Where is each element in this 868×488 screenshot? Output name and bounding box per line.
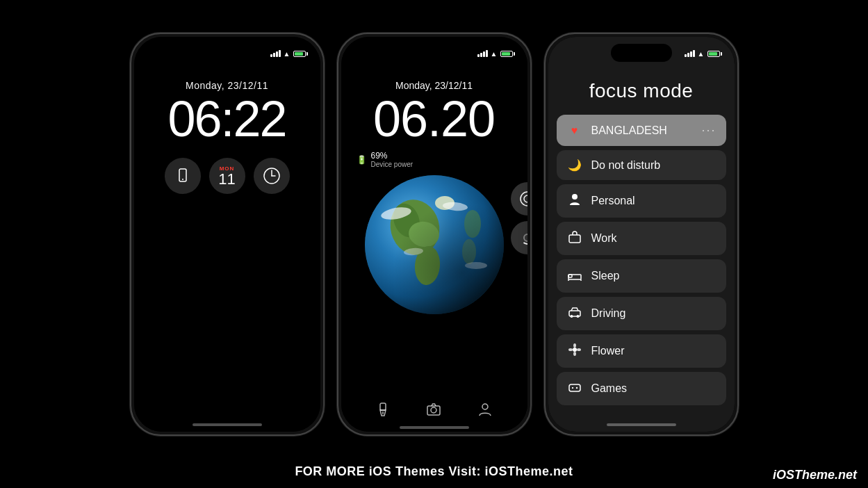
briefcase-icon	[566, 230, 583, 247]
earth-svg	[365, 175, 504, 314]
watermark: iOSTheme.net	[773, 468, 857, 482]
svg-point-40	[573, 352, 576, 356]
dynamic-island-3	[611, 44, 672, 62]
device-power-label: Device power	[371, 161, 413, 168]
svg-point-29	[572, 194, 578, 200]
phone-1-inner: ▲ Monday, 23/12/11 06:22	[134, 37, 320, 432]
svg-rect-30	[569, 235, 580, 243]
focus-item-sleep[interactable]: Sleep	[557, 259, 726, 293]
phones-container: ▲ Monday, 23/12/11 06:22	[0, 8, 868, 460]
phone-2-inner: ▲ Monday, 23/12/11 06.20 🔋 69%	[341, 37, 527, 432]
focus-item-driving[interactable]: Driving	[557, 297, 726, 330]
phone-3: ▲ focus mode ♥ BANGLADESH	[544, 33, 739, 436]
activity-icon	[519, 190, 527, 207]
svg-point-28	[482, 404, 488, 409]
wifi-icon-1: ▲	[284, 50, 290, 58]
svg-point-20	[524, 195, 527, 202]
focus-driving-label: Driving	[591, 307, 716, 320]
svg-rect-32	[568, 275, 572, 277]
svg-point-42	[577, 348, 581, 351]
svg-rect-43	[569, 384, 580, 391]
banner-text: FOR MORE iOS Themes Visit: iOSTheme.net	[295, 464, 573, 479]
signal-icon-2	[477, 50, 488, 57]
svg-point-41	[568, 348, 573, 351]
focus-item-work[interactable]: Work	[557, 222, 726, 255]
phone-1: ▲ Monday, 23/12/11 06:22	[130, 33, 325, 436]
focus-games-label: Games	[591, 382, 716, 395]
ring-icon	[519, 229, 527, 246]
battery-icon-3	[707, 51, 722, 57]
focus-work-label: Work	[591, 232, 716, 245]
flashlight-icon	[373, 400, 393, 419]
svg-point-39	[573, 343, 576, 348]
focus-sleep-label: Sleep	[591, 270, 716, 282]
earth-container	[365, 175, 504, 314]
phone-widget	[165, 158, 201, 194]
camera-icon	[424, 400, 443, 419]
device-power-text: 69% Device power	[371, 151, 413, 168]
phone-1-screen: Monday, 23/12/11 06:22 MON 11	[134, 37, 320, 432]
focus-flower-label: Flower	[591, 345, 716, 357]
battery-small-icon: 🔋	[357, 155, 367, 165]
focus-list: ♥ BANGLADESH ··· 🌙 Do not disturb	[548, 115, 735, 432]
focus-dnd-label: Do not disturb	[591, 159, 716, 172]
person-icon	[475, 400, 495, 419]
clock-widget	[254, 158, 290, 194]
focus-item-personal[interactable]: Personal	[557, 184, 726, 218]
device-power-row: 🔋 69% Device power	[357, 151, 413, 168]
signal-icon-3	[685, 50, 695, 57]
svg-point-38	[573, 348, 577, 352]
lock-date-1: Monday, 23/12/11	[186, 80, 268, 91]
home-indicator-3	[607, 423, 676, 426]
svg-point-18	[365, 175, 504, 314]
wifi-icon-2: ▲	[491, 50, 498, 58]
battery-icon-2	[500, 51, 515, 57]
home-indicator-1	[193, 423, 262, 426]
signal-icon-1	[270, 50, 281, 57]
focus-item-active[interactable]: ♥ BANGLADESH ···	[557, 115, 726, 146]
lock-time-1: 06:22	[167, 94, 286, 144]
phone2-time: 06.20	[373, 94, 495, 144]
earth-globe	[365, 175, 504, 314]
focus-active-label: BANGLADESH	[591, 124, 694, 137]
heart-icon: ♥	[566, 124, 583, 137]
car-icon	[566, 305, 583, 322]
bottom-banner: FOR MORE iOS Themes Visit: iOSTheme.net	[0, 455, 868, 488]
flower-icon	[566, 343, 583, 359]
svg-point-1	[182, 179, 183, 180]
focus-item-games[interactable]: Games	[557, 372, 726, 405]
status-right-2: ▲	[477, 50, 515, 58]
phone-3-inner: ▲ focus mode ♥ BANGLADESH	[548, 37, 735, 432]
bed-icon	[566, 268, 583, 284]
svg-point-37	[576, 315, 579, 318]
wifi-icon-3: ▲	[698, 50, 705, 58]
dynamic-island-2	[404, 44, 465, 62]
focus-more-dots: ···	[701, 123, 716, 138]
dynamic-island-1	[197, 44, 258, 62]
svg-rect-23	[380, 403, 386, 410]
focus-item-flower[interactable]: Flower	[557, 334, 726, 368]
lock-widgets-1: MON 11	[165, 158, 290, 194]
status-right-1: ▲	[270, 50, 308, 58]
svg-point-36	[570, 315, 573, 318]
widget-circular-2	[511, 221, 527, 254]
battery-icon-1	[293, 51, 308, 57]
phone2-bottom-bar	[341, 400, 527, 419]
focus-item-dnd[interactable]: 🌙 Do not disturb	[557, 150, 726, 180]
focus-mode-title: focus mode	[548, 80, 735, 102]
svg-point-22	[524, 234, 527, 241]
cal-day: 11	[218, 172, 235, 187]
phone-2: ▲ Monday, 23/12/11 06.20 🔋 69%	[337, 33, 532, 436]
phone-3-screen: focus mode ♥ BANGLADESH ··· 🌙 Do not dis…	[548, 37, 735, 432]
svg-point-46	[575, 387, 577, 389]
widget-circular-1	[511, 182, 527, 215]
phone-2-screen: Monday, 23/12/11 06.20 🔋 69% Device powe…	[341, 37, 527, 432]
battery-percent: 69%	[371, 151, 413, 161]
earth-side-widgets	[511, 182, 527, 254]
home-indicator-2	[400, 426, 469, 429]
status-right-3: ▲	[685, 50, 722, 58]
calendar-widget: MON 11	[209, 158, 245, 194]
person-focus-icon	[566, 193, 583, 209]
phone-icon	[174, 168, 191, 184]
moon-icon: 🌙	[566, 158, 583, 172]
